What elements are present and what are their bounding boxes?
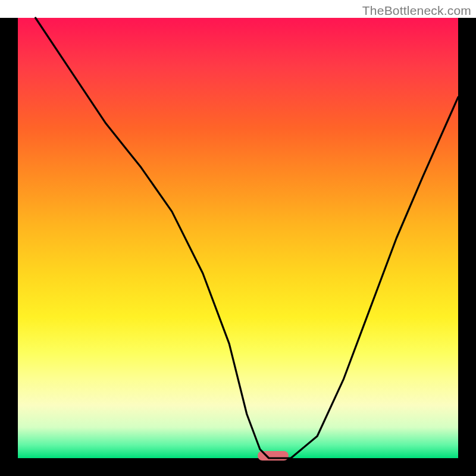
bottleneck-marker [258,451,289,461]
plot-area [18,18,458,458]
frame-right [458,18,476,476]
frame-left [0,18,18,476]
frame-bottom [0,458,476,476]
watermark-text: TheBottleneck.com [362,4,471,18]
